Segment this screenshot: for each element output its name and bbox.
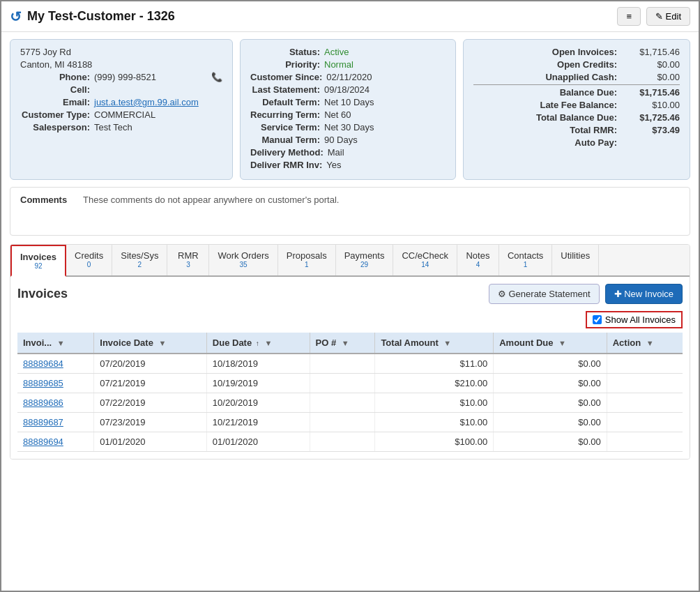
tab-contacts[interactable]: Contacts1 (499, 245, 552, 275)
address-value: 5775 Joy Rd (20, 47, 71, 57)
auto-pay-row: Auto Pay: (473, 137, 680, 148)
filter-due-date-icon[interactable]: ▼ (264, 339, 272, 347)
total-balance-row: Total Balance Due: $1,725.46 (473, 112, 680, 123)
last-statement-label: Last Statement: (250, 84, 320, 95)
recurring-term-label: Recurring Term: (250, 109, 320, 120)
sort-due-date-icon[interactable]: ↑ (256, 340, 259, 347)
invoices-table-wrap: Invoi... ▼ Invoice Date ▼ Due Date ↑ ▼ P… (17, 333, 683, 452)
comments-text: These comments do not appear anywhere on… (83, 195, 339, 228)
col-action: Action ▼ (607, 333, 683, 354)
manual-term-value: 90 Days (324, 135, 358, 145)
late-fee-value: $10.00 (624, 100, 680, 110)
filter-po-icon[interactable]: ▼ (342, 339, 349, 347)
show-all-row: Show All Invoices (17, 311, 683, 328)
tab-payments[interactable]: Payments29 (336, 245, 394, 275)
unapplied-cash-row: Unapplied Cash: $0.00 (473, 72, 680, 82)
menu-button[interactable]: ≡ (617, 7, 641, 26)
tab-invoices[interactable]: Invoices92 (10, 245, 66, 277)
city-state-zip-value: Canton, MI 48188 (20, 59, 92, 70)
tab-utilities[interactable]: Utilities (552, 245, 599, 275)
tab-cc-echeck[interactable]: CC/eCheck14 (393, 245, 457, 275)
info-cards: 5775 Joy Rd Canton, MI 48188 Phone: (999… (10, 39, 690, 180)
po-cell (310, 413, 375, 432)
customer-since-label: Customer Since: (250, 72, 322, 82)
new-invoice-button[interactable]: ✚ New Invoice (605, 284, 683, 304)
total-balance-label: Total Balance Due: (473, 112, 617, 123)
show-all-invoices-label[interactable]: Show All Invoices (586, 311, 683, 328)
total-amount-cell: $100.00 (375, 432, 494, 452)
open-credits-value: $0.00 (624, 59, 680, 70)
phone-icon[interactable]: 📞 (211, 72, 222, 82)
email-row: Email: just.a.test@gm.99.ail.com (20, 97, 222, 107)
filter-invoice-icon[interactable]: ▼ (57, 339, 65, 347)
city-state-zip-row: Canton, MI 48188 (20, 59, 222, 70)
customer-since-row: Customer Since: 02/11/2020 (250, 72, 446, 82)
total-balance-value: $1,725.46 (624, 112, 680, 123)
po-cell (310, 393, 375, 413)
action-cell (607, 354, 683, 374)
tab-sites-sys[interactable]: Sites/Sys2 (112, 245, 167, 275)
balance-due-row: Balance Due: $1,715.46 (473, 87, 680, 98)
invoices-table: Invoi... ▼ Invoice Date ▼ Due Date ↑ ▼ P… (17, 333, 683, 452)
tabs-bar: Invoices92Credits0Sites/Sys2RMR3Work Ord… (10, 245, 690, 277)
delivery-method-value: Mail (328, 147, 344, 158)
status-value: Active (324, 47, 349, 57)
filter-total-amount-icon[interactable]: ▼ (443, 339, 451, 347)
title-bar-right: ≡ ✎ Edit (617, 7, 690, 26)
service-term-label: Service Term: (250, 122, 320, 132)
default-term-value: Net 10 Days (324, 97, 374, 107)
auto-pay-label: Auto Pay: (473, 137, 617, 148)
email-label: Email: (20, 97, 90, 107)
show-all-invoices-checkbox[interactable] (593, 315, 602, 324)
page-title: My Test-Customer - 1326 (27, 9, 175, 24)
tab-notes[interactable]: Notes4 (457, 245, 499, 275)
tab-rmr[interactable]: RMR3 (167, 245, 209, 275)
invoice-number-cell[interactable]: 88889685 (17, 374, 94, 393)
filter-action-icon[interactable]: ▼ (646, 339, 654, 347)
refresh-icon[interactable]: ↺ (10, 8, 22, 25)
invoice-number-cell[interactable]: 88889684 (17, 354, 94, 374)
phone-row: Phone: (999) 999-8521 📞 (20, 72, 222, 82)
auto-pay-value (624, 137, 680, 148)
open-invoices-label: Open Invoices: (473, 47, 617, 57)
total-amount-cell: $10.00 (375, 393, 494, 413)
amount-due-cell: $0.00 (494, 432, 607, 452)
status-row: Status: Active (250, 47, 446, 57)
main-window: ↺ My Test-Customer - 1326 ≡ ✎ Edit 5775 … (0, 0, 700, 592)
total-amount-cell: $210.00 (375, 374, 494, 393)
due-date-cell: 01/01/2020 (206, 432, 310, 452)
total-amount-cell: $10.00 (375, 413, 494, 432)
po-cell (310, 354, 375, 374)
invoice-number-cell[interactable]: 88889694 (17, 432, 94, 452)
invoice-date-cell: 07/20/2019 (94, 354, 207, 374)
col-po: PO # ▼ (310, 333, 375, 354)
email-value[interactable]: just.a.test@gm.99.ail.com (94, 97, 199, 107)
invoices-title: Invoices (17, 287, 68, 301)
recurring-term-value: Net 60 (324, 109, 351, 120)
service-term-value: Net 30 Days (324, 122, 374, 132)
customer-since-value: 02/11/2020 (326, 72, 372, 82)
unapplied-cash-value: $0.00 (624, 72, 680, 82)
tab-credits[interactable]: Credits0 (66, 245, 112, 275)
invoice-number-cell[interactable]: 88889687 (17, 413, 94, 432)
generate-statement-button[interactable]: ⚙ Generate Statement (489, 284, 600, 304)
invoices-header: Invoices ⚙ Generate Statement ✚ New Invo… (17, 284, 683, 304)
late-fee-row: Late Fee Balance: $10.00 (473, 100, 680, 110)
tab-work-orders[interactable]: Work Orders35 (209, 245, 277, 275)
total-rmr-value: $73.49 (624, 125, 680, 135)
filter-invoice-date-icon[interactable]: ▼ (159, 339, 167, 347)
balance-divider (473, 84, 680, 85)
service-term-row: Service Term: Net 30 Days (250, 122, 446, 132)
edit-button[interactable]: ✎ Edit (646, 7, 690, 26)
priority-value: Normal (324, 59, 353, 70)
filter-amount-due-icon[interactable]: ▼ (558, 339, 566, 347)
invoice-date-cell: 07/23/2019 (94, 413, 207, 432)
tab-proposals[interactable]: Proposals1 (278, 245, 336, 275)
open-invoices-row: Open Invoices: $1,715.46 (473, 47, 680, 57)
delivery-method-row: Delivery Method: Mail (250, 147, 446, 158)
balance-due-value: $1,715.46 (624, 87, 680, 98)
invoice-number-cell[interactable]: 88889686 (17, 393, 94, 413)
customer-type-label: Customer Type: (20, 109, 90, 120)
deliver-rmr-label: Deliver RMR Inv: (250, 160, 322, 170)
deliver-rmr-value: Yes (326, 160, 341, 170)
